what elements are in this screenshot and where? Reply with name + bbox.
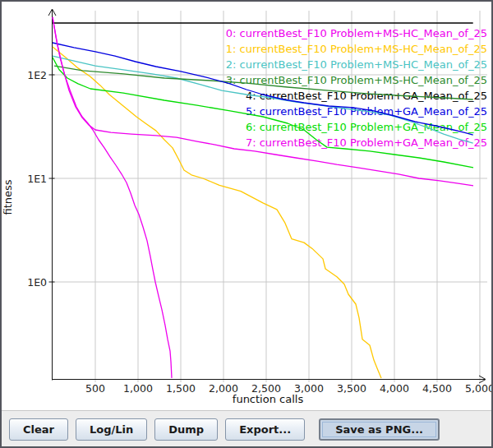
legend-entry: 0: currentBest_F10 Problem+MS-HC_Mean_of… xyxy=(226,27,487,39)
x-tick-label: 1,000 xyxy=(123,382,153,395)
y-tick-label: 1E2 xyxy=(27,69,47,81)
y-tick-label: 1E0 xyxy=(27,276,47,289)
x-tick-label: 5,000 xyxy=(465,382,491,395)
x-tick-label: 500 xyxy=(85,382,105,395)
export-button[interactable]: Export... xyxy=(225,418,305,441)
dump-button[interactable]: Dump xyxy=(154,418,218,441)
fitness-chart: 1E21E11E05001,0001,5002,0002,5003,0003,5… xyxy=(2,2,491,410)
log-lin-button[interactable]: Log/Lin xyxy=(76,418,147,441)
x-tick-label: 1,500 xyxy=(166,382,196,395)
y-axis-title: fitness xyxy=(2,179,14,215)
x-tick-label: 3,500 xyxy=(337,382,366,395)
x-axis-title: function calls xyxy=(233,393,304,405)
clear-button[interactable]: Clear xyxy=(9,418,68,441)
save-as-png-button[interactable]: Save as PNG... xyxy=(319,418,440,441)
legend-entry: 1: currentBest_F10 Problem+MS-HC_Mean_of… xyxy=(226,43,487,55)
legend-entry: 6: currentBest_F10 Problem+GA_Mean_of_25 xyxy=(246,121,487,133)
y-tick-label: 1E1 xyxy=(27,173,47,185)
legend-entry: 7: currentBest_F10 Problem+GA_Mean_of_25 xyxy=(246,136,487,149)
legend-entry: 2: currentBest_F10 Problem+MS-HC_Mean_of… xyxy=(226,58,487,71)
button-toolbar: Clear Log/Lin Dump Export... Save as PNG… xyxy=(2,410,491,447)
plot-window: 1E21E11E05001,0001,5002,0002,5003,0003,5… xyxy=(0,0,493,448)
plot-panel: 1E21E11E05001,0001,5002,0002,5003,0003,5… xyxy=(2,2,491,410)
series-line xyxy=(53,17,172,378)
x-tick-label: 4,000 xyxy=(380,382,409,395)
x-tick-label: 4,500 xyxy=(422,382,452,395)
